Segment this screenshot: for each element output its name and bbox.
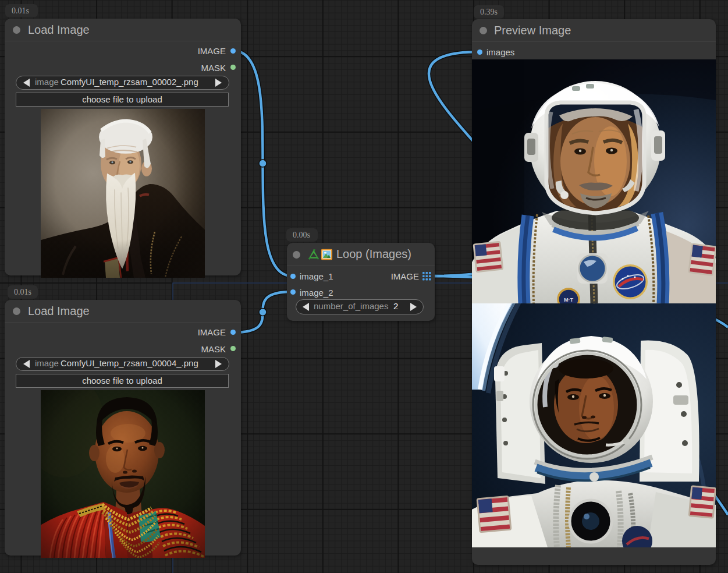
svg-text:M·T: M·T [564, 297, 573, 303]
